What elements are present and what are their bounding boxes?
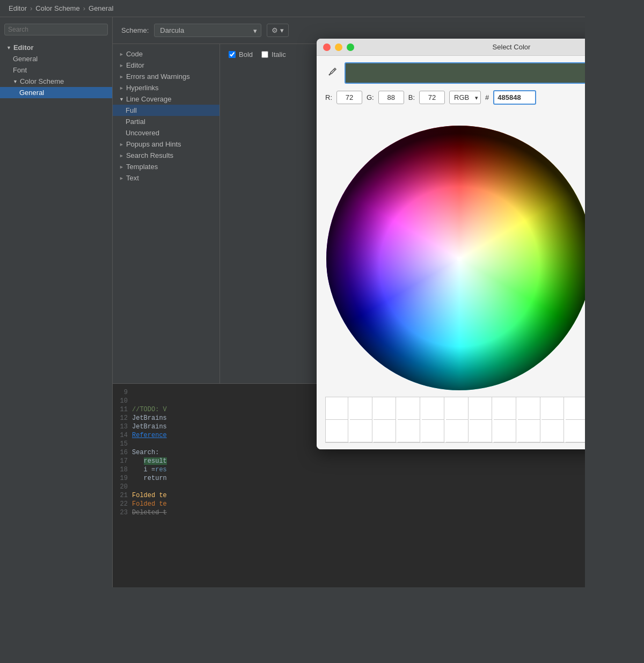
color-swatch[interactable]: [518, 420, 540, 442]
color-swatch[interactable]: [541, 420, 564, 442]
color-swatch[interactable]: [398, 397, 420, 420]
color-dialog: Select Color: [317, 39, 585, 449]
tree-item-templates[interactable]: ► Templates: [113, 161, 219, 172]
tree-item-editor[interactable]: ► Editor: [113, 60, 219, 71]
mode-select[interactable]: RGB HSB HSL: [449, 91, 481, 104]
color-swatch[interactable]: [326, 397, 348, 420]
tree-item-search-res[interactable]: ► Search Results: [113, 150, 219, 161]
color-swatch[interactable]: [374, 397, 396, 420]
color-swatch[interactable]: [350, 397, 372, 420]
color-wheel-container[interactable]: [325, 111, 585, 390]
color-swatch[interactable]: [326, 420, 348, 442]
sidebar-item-font[interactable]: Font: [0, 64, 112, 76]
scheme-label: Scheme:: [121, 26, 149, 34]
sidebar-item-color-scheme[interactable]: ▼ Color Scheme: [0, 76, 112, 87]
color-swatch[interactable]: [494, 420, 516, 442]
g-input[interactable]: [378, 91, 404, 104]
popups-arrow: ►: [119, 142, 124, 147]
eyedropper-button[interactable]: [325, 65, 339, 81]
code-line: 23 Deleted t: [113, 508, 585, 517]
tree-item-full[interactable]: Full: [113, 105, 219, 116]
bold-checkbox-label[interactable]: Bold: [229, 50, 253, 59]
color-swatch[interactable]: [422, 420, 444, 442]
tree-text-label: Text: [126, 174, 139, 182]
r-input[interactable]: [336, 91, 362, 104]
tree-item-hyperlinks[interactable]: ► Hyperlinks: [113, 82, 219, 93]
tree-uncovered-label: Uncovered: [126, 129, 159, 137]
hyperlinks-arrow: ►: [119, 85, 124, 91]
rgb-row: R: G: B: RGB HSB HSL: [325, 90, 585, 105]
code-line: 21 Folded te: [113, 491, 585, 500]
tree-item-line-cover[interactable]: ▼ Line Coverage: [113, 93, 219, 105]
dialog-body: R: G: B: RGB HSB HSL: [317, 56, 585, 449]
tree-item-partial[interactable]: Partial: [113, 116, 219, 127]
color-swatch[interactable]: [541, 397, 564, 420]
scheme-dropdown[interactable]: Darcula Default High Contrast Monokai: [154, 24, 261, 37]
code-line: 22 Folded te: [113, 500, 585, 508]
breadcrumb-sep2: ›: [83, 4, 85, 12]
b-input[interactable]: [419, 91, 445, 104]
dialog-minimize-button[interactable]: [335, 43, 342, 51]
errors-arrow: ►: [119, 74, 124, 79]
code-line: 20: [113, 483, 585, 491]
dialog-close-button[interactable]: [323, 43, 331, 51]
tree-errors-label: Errors and Warnings: [126, 72, 190, 81]
dialog-maximize-button[interactable]: [347, 43, 354, 51]
breadcrumb-color-scheme: Color Scheme: [35, 4, 79, 12]
search-res-arrow: ►: [119, 153, 124, 158]
color-swatch[interactable]: [470, 397, 492, 420]
sidebar-item-general[interactable]: General: [0, 53, 112, 64]
breadcrumb-sep1: ›: [30, 4, 32, 12]
breadcrumb-general: General: [89, 4, 113, 12]
tree-line-cover-label: Line Coverage: [126, 95, 172, 103]
svg-point-2: [326, 126, 585, 390]
tree-item-text[interactable]: ► Text: [113, 172, 219, 184]
dialog-title: Select Color: [358, 43, 585, 51]
color-swatch[interactable]: [446, 420, 469, 442]
code-line: 17 result: [113, 457, 585, 465]
tree-item-errors[interactable]: ► Errors and Warnings: [113, 71, 219, 82]
color-scheme-arrow: ▼: [13, 79, 18, 84]
tree-full-label: Full: [126, 106, 137, 114]
color-swatch[interactable]: [422, 397, 444, 420]
sidebar-general-label: General: [13, 55, 38, 63]
hex-input[interactable]: [493, 90, 536, 105]
color-swatch[interactable]: [350, 420, 372, 442]
svg-point-0: [329, 74, 331, 76]
code-line: 18 i = res: [113, 465, 585, 474]
tree-panel: ► Code ► Editor ► Errors and Warnings ► …: [113, 44, 220, 383]
mode-select-wrapper: RGB HSB HSL: [449, 91, 481, 104]
bold-checkbox[interactable]: [229, 51, 236, 58]
color-swatch[interactable]: [494, 397, 516, 420]
color-swatch[interactable]: [518, 397, 540, 420]
wheel-area: [325, 111, 585, 390]
italic-checkbox[interactable]: [261, 51, 268, 58]
color-swatch[interactable]: [398, 420, 420, 442]
tree-item-code[interactable]: ► Code: [113, 48, 219, 60]
sidebar-search-wrapper: [0, 21, 112, 38]
tree-item-popups[interactable]: ► Popups and Hints: [113, 139, 219, 150]
gear-button[interactable]: ⚙ ▾: [267, 24, 289, 37]
italic-checkbox-label[interactable]: Italic: [261, 50, 286, 59]
color-wheel-svg[interactable]: [325, 111, 585, 390]
tree-popups-label: Popups and Hints: [126, 140, 181, 148]
g-label: G:: [367, 93, 374, 101]
sidebar-item-general-sub[interactable]: General: [0, 87, 112, 98]
color-swatch[interactable]: [566, 420, 585, 442]
b-label: B:: [408, 93, 415, 101]
sidebar-item-editor[interactable]: ▼ Editor: [0, 42, 112, 53]
color-swatch[interactable]: [374, 420, 396, 442]
main-content: Scheme: Darcula Default High Contrast Mo…: [113, 17, 585, 587]
color-swatch[interactable]: [470, 420, 492, 442]
sidebar: ▼ Editor General Font ▼ Color Scheme Gen…: [0, 17, 113, 587]
color-swatch[interactable]: [446, 397, 469, 420]
color-preview-bar: [345, 62, 585, 84]
line-cover-arrow: ▼: [119, 97, 124, 102]
tree-hyperlinks-label: Hyperlinks: [126, 84, 159, 92]
color-swatch[interactable]: [566, 397, 585, 420]
text-arrow: ►: [119, 176, 124, 181]
tree-item-uncovered[interactable]: Uncovered: [113, 127, 219, 139]
sidebar-search-input[interactable]: [4, 24, 108, 35]
sidebar-color-scheme-label: Color Scheme: [20, 77, 64, 85]
breadcrumb-editor: Editor: [9, 4, 27, 12]
